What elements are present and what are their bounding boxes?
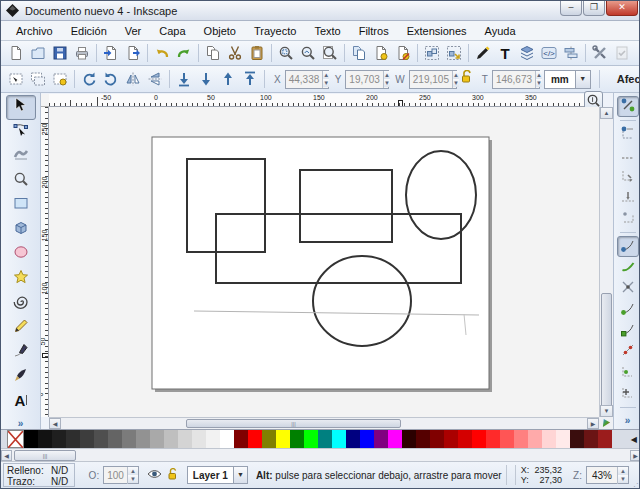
rotate-cw-button[interactable] — [100, 68, 122, 90]
snap-path-intersections-button[interactable] — [617, 278, 639, 299]
resize-grip[interactable]: ⋰ — [633, 479, 640, 488]
color-swatch[interactable] — [458, 430, 472, 448]
copy-button[interactable] — [202, 42, 224, 64]
menu-extensiones[interactable]: Extensiones — [398, 23, 476, 39]
snap-bbox-edge-midpoints-button[interactable] — [617, 187, 639, 208]
raise-to-top-button[interactable] — [239, 68, 261, 90]
palette-scrollbar[interactable]: ◀ ||| ▶ — [1, 448, 640, 462]
color-swatch[interactable] — [52, 430, 66, 448]
color-swatch[interactable] — [360, 430, 374, 448]
snap-line-midpoints-button[interactable] — [617, 341, 639, 362]
color-swatch[interactable] — [444, 430, 458, 448]
snapbar-overflow-chevron[interactable]: » — [625, 415, 631, 426]
bezier-tool-button[interactable] — [6, 340, 36, 365]
align-distribute-button[interactable] — [560, 42, 582, 64]
y-field[interactable]: 19,703▲▼ — [345, 70, 389, 89]
deselect-button[interactable] — [49, 68, 71, 90]
color-swatch[interactable] — [122, 430, 136, 448]
scroll-right-arrow[interactable]: ▶ — [587, 418, 599, 429]
layers-dialog-button[interactable] — [516, 42, 538, 64]
menu-ayuda[interactable]: Ayuda — [476, 23, 525, 39]
color-management-toggle[interactable] — [599, 417, 613, 429]
fill-stroke-dialog-button[interactable] — [472, 42, 494, 64]
width-field[interactable]: 219,105▲▼ — [409, 70, 457, 89]
menu-texto[interactable]: Texto — [305, 23, 349, 39]
save-document-button[interactable] — [49, 42, 71, 64]
horizontal-ruler[interactable]: -50050100150200250300350 — [49, 94, 584, 107]
document-properties-button[interactable] — [611, 42, 633, 64]
snap-cusp-nodes-button[interactable] — [617, 299, 639, 320]
zoom-selection-button[interactable] — [275, 42, 297, 64]
palette-scroll-right-arrow[interactable]: ▶ — [630, 450, 640, 461]
color-swatch[interactable] — [262, 430, 276, 448]
group-objects-button[interactable] — [421, 42, 443, 64]
zoom-drawing-button[interactable] — [297, 42, 319, 64]
unlink-clone-button[interactable] — [392, 42, 414, 64]
toolbox-overflow-chevron[interactable]: » — [18, 418, 24, 429]
menu-archivo[interactable]: Archivo — [7, 23, 62, 39]
lower-to-bottom-button[interactable] — [173, 68, 195, 90]
scroll-left-arrow[interactable]: ◀ — [49, 418, 61, 429]
preferences-button[interactable] — [589, 42, 611, 64]
unit-dropdown[interactable]: mm▼ — [544, 70, 591, 89]
vertical-scroll-thumb[interactable] — [601, 293, 612, 411]
color-swatch[interactable] — [136, 430, 150, 448]
snap-bounding-box-button[interactable] — [617, 124, 639, 145]
menu-capa[interactable]: Capa — [150, 23, 194, 39]
color-swatch[interactable] — [500, 430, 514, 448]
star-tool-button[interactable] — [6, 267, 36, 292]
palette-scroll-thumb[interactable]: ||| — [14, 450, 76, 461]
opacity-field[interactable]: 100▲▼ — [103, 466, 139, 484]
box3d-tool-button[interactable] — [6, 218, 36, 243]
maximize-button[interactable]: ❐ — [583, 1, 605, 16]
color-swatch[interactable] — [486, 430, 500, 448]
snap-bbox-edges-button[interactable] — [617, 145, 639, 166]
x-field[interactable]: 44,338▲▼ — [285, 70, 329, 89]
color-swatch[interactable] — [24, 430, 38, 448]
lower-button[interactable] — [195, 68, 217, 90]
lock-ratio-icon[interactable] — [460, 70, 473, 88]
color-swatch[interactable] — [66, 430, 80, 448]
canvas-viewport[interactable] — [49, 107, 599, 417]
export-bitmap-button[interactable] — [122, 42, 144, 64]
create-clone-button[interactable] — [370, 42, 392, 64]
menu-edicion[interactable]: Edición — [62, 23, 116, 39]
print-document-button[interactable] — [71, 42, 93, 64]
text-dialog-button[interactable]: T — [494, 42, 516, 64]
color-swatch[interactable] — [234, 430, 248, 448]
snap-object-centers-button[interactable] — [617, 362, 639, 383]
layer-selector[interactable]: Layer 1 ▼ — [187, 466, 248, 484]
flip-horizontal-button[interactable] — [122, 68, 144, 90]
text-tool-button[interactable]: A — [6, 389, 36, 414]
color-swatch[interactable] — [416, 430, 430, 448]
horizontal-scrollbar[interactable]: ◀ ||| ▶ — [49, 417, 599, 429]
color-swatch[interactable] — [192, 430, 206, 448]
color-swatch[interactable] — [206, 430, 220, 448]
color-swatch[interactable] — [332, 430, 346, 448]
color-swatch[interactable] — [108, 430, 122, 448]
color-swatch[interactable] — [248, 430, 262, 448]
menu-ver[interactable]: Ver — [116, 23, 151, 39]
color-swatch[interactable] — [150, 430, 164, 448]
color-swatch[interactable] — [584, 430, 598, 448]
rotate-ccw-button[interactable] — [78, 68, 100, 90]
ungroup-objects-button[interactable] — [443, 42, 465, 64]
snap-paths-button[interactable] — [617, 257, 639, 278]
horizontal-scroll-thumb[interactable]: ||| — [186, 419, 401, 428]
flip-vertical-button[interactable] — [144, 68, 166, 90]
raise-button[interactable] — [217, 68, 239, 90]
zoom-field[interactable]: 43%▲▼ — [586, 466, 629, 484]
height-field[interactable]: 146,673▲▼ — [492, 70, 540, 89]
color-swatch[interactable] — [528, 430, 542, 448]
zoom-tool-button[interactable] — [6, 169, 36, 194]
duplicate-button[interactable] — [348, 42, 370, 64]
minimize-button[interactable]: – — [560, 1, 582, 16]
ellipse-tool-button[interactable] — [6, 242, 36, 267]
snap-bbox-corners-button[interactable] — [617, 166, 639, 187]
color-swatch[interactable] — [178, 430, 192, 448]
spiral-tool-button[interactable] — [6, 291, 36, 316]
snap-rotation-center-button[interactable] — [617, 383, 639, 404]
drawing-canvas[interactable] — [49, 107, 599, 417]
menu-objeto[interactable]: Objeto — [195, 23, 245, 39]
redo-button[interactable] — [173, 42, 195, 64]
